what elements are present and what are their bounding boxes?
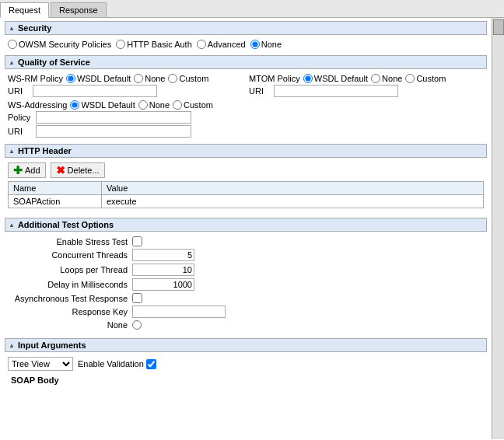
security-radio-basic[interactable] [116,40,125,49]
mtom-none[interactable]: None [371,74,402,83]
additional-options-header: Additional Test Options [5,218,487,232]
scrollbar[interactable] [492,18,504,439]
col-value: Value [102,182,484,195]
http-header-section: HTTP Header ✚ Add ✖ Delete... [5,144,487,213]
concurrent-threads-input[interactable] [132,249,194,261]
wsaddr-custom[interactable]: Custom [173,100,213,110]
security-option-none[interactable]: None [250,40,282,49]
wsrm-uri-label: URI [8,86,30,96]
security-option-owsm[interactable]: OWSM Security Policies [8,40,111,49]
scrollbar-thumb[interactable] [493,19,504,35]
mtom-uri-input[interactable] [274,85,398,97]
tab-response[interactable]: Response [51,2,107,17]
none-row: None [8,320,484,330]
col-name: Name [9,182,102,195]
input-args-controls-row: Tree ViewSource View Enable Validation [8,357,484,371]
input-arguments-section: Input Arguments Tree ViewSource View Ena… [5,338,487,388]
input-arguments-content: Tree ViewSource View Enable Validation S… [5,355,487,388]
add-icon: ✚ [13,165,23,176]
tab-request[interactable]: Request [0,2,49,18]
view-select[interactable]: Tree ViewSource View [9,358,72,370]
delete-icon: ✖ [56,165,65,176]
table-row: SOAPActionexecute [9,195,484,208]
additional-options-content: Enable Stress Test Concurrent Threads Lo… [5,235,487,333]
wsaddressing-area: WS-Addressing WSDL Default None Custom [8,100,484,138]
mtom-policy-area: MTOM Policy WSDL Default None [249,74,484,97]
wsrm-options-row: WS-RM Policy WSDL Default None [8,74,243,83]
enable-validation-label[interactable]: Enable Validation [78,359,156,369]
async-checkbox[interactable] [132,293,142,303]
main-content: Security OWSM Security Policies HTTP Bas… [0,18,504,439]
tabs-bar: Request Response [0,0,504,18]
delay-row: Delay in Milliseconds [8,278,484,291]
stress-test-checkbox[interactable] [132,236,142,246]
wsaddr-uri-input[interactable] [36,125,191,138]
wsaddr-policy-label: Policy [8,113,33,122]
http-header-content: ✚ Add ✖ Delete... Name Value [5,161,487,213]
wsaddr-policy-input[interactable] [36,111,191,124]
security-radio-advanced[interactable] [197,40,206,49]
async-row: Asynchronous Test Response [8,293,484,303]
input-arguments-header: Input Arguments [5,338,487,352]
wsrm-none[interactable]: None [134,74,165,83]
enable-validation-checkbox[interactable] [146,359,156,369]
mtom-custom[interactable]: Custom [405,74,446,83]
cell-name: SOAPAction [9,195,102,208]
qos-section: Quality of Service WS-RM Policy WSDL Def… [5,55,487,139]
security-option-basic[interactable]: HTTP Basic Auth [116,40,192,49]
http-header-header: HTTP Header [5,144,487,158]
mtom-wsdl-default[interactable]: WSDL Default [303,74,368,83]
loops-per-thread-input[interactable] [132,264,194,276]
http-header-table: Name Value SOAPActionexecute [8,181,484,208]
security-options-row: OWSM Security Policies HTTP Basic Auth A… [5,38,487,51]
wsaddressing-options-row: WS-Addressing WSDL Default None Custom [8,100,484,110]
cell-value: execute [102,195,484,208]
delay-input[interactable] [132,278,194,291]
response-key-row: Response Key [8,306,484,318]
soap-body-label: SOAP Body [8,374,484,386]
wsrm-custom[interactable]: Custom [168,74,208,83]
wsrm-uri-input[interactable] [33,85,157,97]
additional-options-section: Additional Test Options Enable Stress Te… [5,218,487,333]
add-button[interactable]: ✚ Add [8,162,46,178]
mtom-uri-label: URI [249,86,271,96]
delete-button[interactable]: ✖ Delete... [51,162,105,178]
security-radio-owsm[interactable] [8,40,17,49]
scroll-area[interactable]: Security OWSM Security Policies HTTP Bas… [0,18,492,439]
concurrent-threads-row: Concurrent Threads [8,249,484,261]
wsaddr-uri-label: URI [8,127,33,136]
security-radio-none[interactable] [250,40,260,49]
security-header: Security [5,21,487,35]
stress-test-row: Enable Stress Test [8,236,484,246]
security-option-advanced[interactable]: Advanced [197,40,246,49]
mtom-options-row: MTOM Policy WSDL Default None [249,74,484,83]
http-header-btn-row: ✚ Add ✖ Delete... [8,162,484,178]
response-key-input[interactable] [132,306,226,318]
wsrm-policy-area: WS-RM Policy WSDL Default None [8,74,243,97]
wsaddr-wsdl-default[interactable]: WSDL Default [70,100,135,110]
wsaddr-none[interactable]: None [138,100,170,110]
security-section: Security OWSM Security Policies HTTP Bas… [5,21,487,51]
none-radio[interactable] [132,320,142,330]
view-select-container[interactable]: Tree ViewSource View [8,357,73,371]
wsrm-wsdl-default[interactable]: WSDL Default [66,74,131,83]
qos-header: Quality of Service [5,55,487,69]
loops-per-thread-row: Loops per Thread [8,264,484,276]
